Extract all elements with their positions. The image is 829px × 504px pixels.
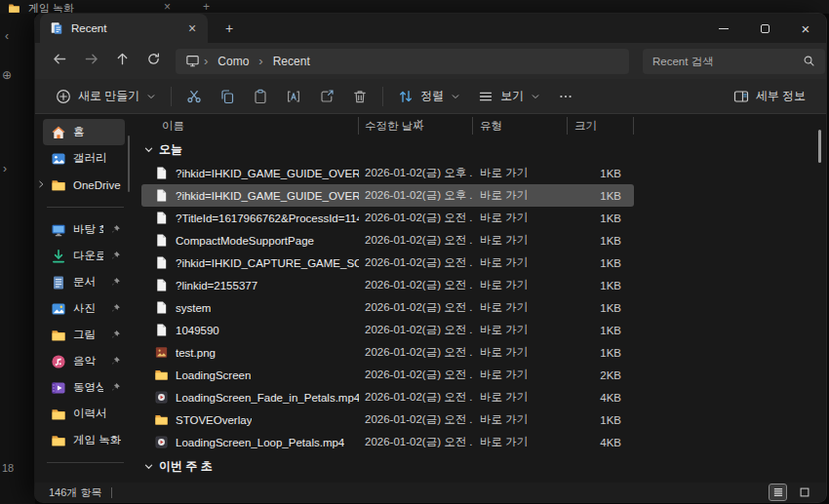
section-header[interactable]: 오늘 bbox=[136, 136, 826, 162]
breadcrumb-recent[interactable]: Recent bbox=[267, 53, 316, 70]
view-button[interactable]: 보기 bbox=[469, 83, 549, 110]
file-type-icon bbox=[154, 300, 169, 315]
back-button[interactable] bbox=[45, 49, 74, 74]
file-explorer-window: Recent × + × › Como › Recent bbox=[35, 14, 826, 502]
rename-icon bbox=[286, 89, 301, 104]
more-button[interactable] bbox=[549, 83, 582, 110]
table-row[interactable]: ?ihkid=IHKID_GAME_GUIDE_OVERLAY&... 2026… bbox=[141, 184, 634, 207]
file-list-scrollbar[interactable] bbox=[818, 130, 821, 163]
table-row[interactable]: 1049590 2026-01-02(금) 오전 ... 바로 가기 1KB bbox=[141, 319, 634, 341]
tab-close-icon[interactable]: × bbox=[184, 20, 200, 36]
background-window-edge: ‹ ⊕ › 18 bbox=[0, 14, 35, 504]
details-view-toggle[interactable] bbox=[770, 485, 786, 500]
background-new-icon[interactable]: ⊕ bbox=[2, 68, 12, 82]
status-bar: 146개 항목 bbox=[35, 483, 826, 502]
sidebar-item-그림[interactable]: 그림 bbox=[43, 322, 125, 348]
background-tab-close-icon[interactable]: × bbox=[164, 0, 171, 14]
details-pane-button[interactable]: 세부 정보 bbox=[725, 83, 814, 110]
column-headers: 이름 수정한 날짜 유형 크기 bbox=[136, 115, 826, 136]
expand-chevron-icon[interactable] bbox=[36, 179, 46, 189]
sidebar-divider bbox=[47, 207, 124, 208]
table-row[interactable]: STOVEOverlay 2026-01-02(금) 오전 ... 바로 가기 … bbox=[141, 408, 634, 431]
sidebar-item-바탕 화면[interactable]: 바탕 화면 bbox=[43, 216, 125, 243]
search-input[interactable] bbox=[652, 56, 803, 67]
maximize-button[interactable] bbox=[744, 14, 785, 43]
refresh-button[interactable] bbox=[138, 49, 168, 74]
table-row[interactable]: LoadingScreen_Loop_Petals.mp4 2026-01-02… bbox=[141, 431, 634, 453]
file-type-icon bbox=[154, 323, 169, 337]
table-row[interactable]: system 2026-01-02(금) 오전 ... 바로 가기 1KB bbox=[141, 296, 634, 319]
background-back-icon[interactable]: ‹ bbox=[5, 29, 9, 43]
table-row[interactable]: LoadingScreen 2026-01-02(금) 오전 ... 바로 가기… bbox=[141, 364, 634, 386]
folder-icon bbox=[8, 2, 20, 14]
background-new-tab-icon[interactable]: + bbox=[203, 0, 210, 14]
sidebar-item-label: 바탕 화면 bbox=[73, 222, 103, 237]
file-date: 2026-01-02(금) 오후 ... bbox=[359, 188, 473, 203]
file-kind: 바로 가기 bbox=[473, 300, 568, 315]
file-name-cell: ?TitleId=1617966762&ProcessId=1142... bbox=[141, 211, 359, 225]
table-row[interactable]: ?linkid=2155377 2026-01-02(금) 오전 ... 바로 … bbox=[141, 274, 634, 296]
sort-button[interactable]: 정렬 bbox=[389, 83, 469, 110]
paste-button[interactable] bbox=[244, 83, 277, 110]
sidebar-item-음악[interactable]: 음악 bbox=[43, 348, 125, 374]
column-header-name[interactable]: 이름 bbox=[136, 117, 359, 135]
sidebar-divider bbox=[47, 462, 124, 463]
background-expand-icon[interactable]: › bbox=[3, 162, 7, 175]
sidebar-item-갤러리[interactable]: 갤러리 bbox=[43, 145, 125, 172]
close-button[interactable]: × bbox=[785, 14, 826, 43]
cut-button[interactable] bbox=[178, 83, 211, 110]
background-tab[interactable]: 게임 녹화 bbox=[8, 1, 74, 14]
file-kind: 바로 가기 bbox=[473, 368, 568, 382]
table-row[interactable]: LoadingScreen_Fade_in_Petals.mp4 2026-01… bbox=[141, 386, 634, 408]
file-name: LoadingScreen bbox=[176, 369, 251, 381]
sort-arrows-icon bbox=[398, 89, 414, 104]
sidebar-item-게임 녹화[interactable]: 게임 녹화 bbox=[43, 427, 125, 453]
delete-button[interactable] bbox=[343, 83, 376, 110]
section-header[interactable]: 이번 주 초 bbox=[136, 453, 826, 479]
table-row[interactable]: test.png 2026-01-02(금) 오전 ... 바로 가기 1KB bbox=[141, 341, 634, 364]
thumbnails-view-toggle[interactable] bbox=[796, 485, 812, 500]
new-tab-button[interactable]: + bbox=[218, 19, 240, 38]
column-header-date[interactable]: 수정한 날짜 bbox=[359, 117, 473, 135]
file-type-icon bbox=[154, 211, 169, 225]
file-name-cell: LoadingScreen_Fade_in_Petals.mp4 bbox=[141, 390, 359, 405]
this-pc-icon[interactable] bbox=[185, 54, 200, 68]
column-header-size[interactable]: 크기 bbox=[568, 117, 634, 135]
refresh-icon bbox=[146, 52, 161, 70]
file-type-icon bbox=[154, 188, 169, 203]
file-date: 2026-01-02(금) 오전 ... bbox=[359, 435, 473, 449]
share-button[interactable] bbox=[310, 83, 343, 110]
column-header-type[interactable]: 유형 bbox=[473, 117, 568, 135]
pin-icon bbox=[110, 356, 121, 367]
sidebar-item-홈[interactable]: 홈 bbox=[43, 119, 125, 145]
new-button[interactable]: 새로 만들기 bbox=[47, 83, 165, 110]
chevron-down-icon bbox=[146, 92, 156, 101]
table-row[interactable]: ?ihkid=IHKID_GAME_GUIDE_OVERLAY&... 2026… bbox=[141, 162, 634, 184]
sidebar-item-OneDrive - Pers[interactable]: OneDrive - Pers bbox=[43, 172, 125, 198]
copy-button[interactable] bbox=[211, 83, 244, 110]
sidebar-item-사진[interactable]: 사진 bbox=[43, 295, 125, 322]
breadcrumb-como[interactable]: Como bbox=[212, 53, 255, 70]
sidebar-item-문서[interactable]: 문서 bbox=[43, 269, 125, 295]
rename-button[interactable] bbox=[277, 83, 310, 110]
minimize-button[interactable] bbox=[703, 14, 744, 43]
up-button[interactable] bbox=[107, 49, 137, 74]
sidebar-item-다운로드[interactable]: 다운로드 bbox=[43, 243, 125, 269]
tab-recent[interactable]: Recent × bbox=[40, 14, 208, 43]
forward-button[interactable] bbox=[76, 49, 105, 74]
file-size: 1KB bbox=[568, 414, 628, 426]
file-date: 2026-01-02(금) 오전 ... bbox=[359, 211, 473, 225]
sidebar-item-동영상[interactable]: 동영상 bbox=[43, 374, 125, 401]
toolbar-divider bbox=[382, 87, 383, 106]
table-row[interactable]: ?TitleId=1617966762&ProcessId=1142... 20… bbox=[141, 207, 634, 229]
table-row[interactable]: CompactModeSupportPage 2026-01-02(금) 오전 … bbox=[141, 229, 634, 252]
sidebar-item-이력서[interactable]: 이력서 bbox=[43, 401, 125, 427]
search-box bbox=[643, 49, 825, 74]
table-row[interactable]: ?ihkid=IHKID_CAPTURE_GAME_SCREEN... 2026… bbox=[141, 252, 634, 274]
sidebar-item-label: OneDrive - Pers bbox=[73, 179, 121, 191]
file-kind: 바로 가기 bbox=[473, 166, 568, 180]
pin-icon bbox=[110, 251, 121, 261]
file-name-cell: system bbox=[141, 300, 359, 315]
sidebar-scrollbar[interactable] bbox=[128, 136, 130, 192]
background-status-count: 18 bbox=[2, 462, 14, 474]
